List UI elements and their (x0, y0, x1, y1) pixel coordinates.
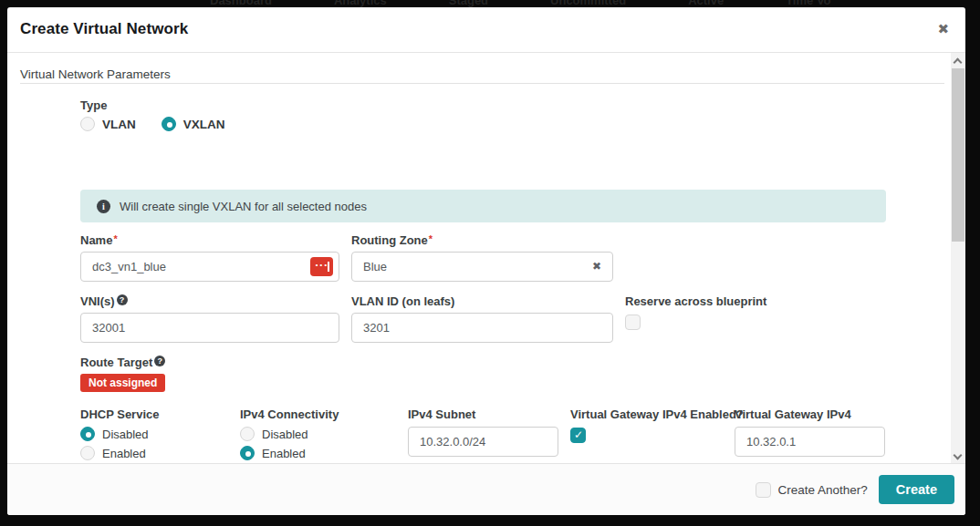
dialog-body: Virtual Network Parameters Type VLAN VXL… (7, 53, 965, 463)
dhcp-enabled-radio[interactable] (80, 446, 95, 460)
dialog-header: Create Virtual Network ✖ (7, 7, 965, 53)
info-icon: i (97, 200, 110, 213)
radio-vxlan[interactable] (162, 117, 176, 131)
vlan-id-field-group: VLAN ID (on leafs) (351, 294, 613, 343)
type-radio-group: VLAN VXLAN (80, 117, 225, 131)
info-alert-text: Will create single VXLAN for all selecte… (120, 200, 367, 213)
not-assigned-badge: Not assigned (80, 374, 165, 392)
name-input[interactable] (80, 252, 339, 282)
dialog-footer: Create Another? Create (7, 463, 965, 515)
clear-icon[interactable]: ✖ (592, 260, 601, 273)
name-label: Name (80, 233, 112, 247)
reserve-label: Reserve across blueprint (625, 294, 766, 308)
vgw-enabled-label: Virtual Gateway IPv4 Enabled? (570, 407, 744, 421)
vlan-id-label: VLAN ID (on leafs) (351, 294, 613, 308)
help-icon[interactable]: ? (117, 294, 128, 305)
required-asterisk: * (113, 233, 117, 244)
scrollbar-thumb[interactable] (952, 68, 964, 242)
create-another-label: Create Another? (778, 483, 868, 497)
scroll-down-icon[interactable] (954, 451, 963, 460)
vni-field-group: VNI(s)? (80, 294, 339, 343)
reserve-checkbox[interactable] (625, 315, 641, 330)
vgw-enabled-checkbox[interactable] (570, 428, 586, 443)
close-icon[interactable]: ✖ (937, 21, 949, 37)
ipv4-connectivity-group: IPv4 Connectivity Disabled Enabled (240, 407, 339, 460)
ipv4-subnet-label: IPv4 Subnet (408, 407, 558, 421)
vni-label: VNI(s) (80, 294, 115, 308)
dialog-title: Create Virtual Network (20, 20, 188, 38)
required-asterisk: * (429, 233, 433, 244)
ipv4-subnet-input[interactable] (408, 427, 558, 457)
create-another-checkbox[interactable] (756, 482, 771, 498)
vgw-ipv4-label: Virtual Gateway IPv4 (735, 407, 885, 421)
ipv4-enabled-label[interactable]: Enabled (262, 447, 306, 460)
ipv4-disabled-radio[interactable] (240, 427, 255, 441)
vgw-ipv4-input[interactable] (735, 427, 885, 457)
route-target-group: Route Target? Not assigned (80, 356, 165, 392)
scroll-up-icon[interactable] (954, 58, 963, 67)
ellipsis-generator-icon[interactable]: ··· (310, 257, 333, 276)
name-field-group: Name* ··· (80, 233, 339, 282)
ipv4-enabled-radio[interactable] (240, 446, 255, 460)
vlan-id-input[interactable] (351, 313, 613, 343)
dhcp-disabled-radio[interactable] (80, 427, 95, 441)
ipv4-disabled-label[interactable]: Disabled (262, 428, 308, 441)
help-icon[interactable]: ? (154, 356, 165, 366)
routing-zone-field-group: Routing Zone* ✖ (351, 233, 613, 282)
vgw-enabled-group: Virtual Gateway IPv4 Enabled? (570, 407, 744, 447)
dhcp-group: DHCP Service Disabled Enabled (80, 407, 159, 460)
vgw-ipv4-group: Virtual Gateway IPv4 (735, 407, 885, 457)
dhcp-label: DHCP Service (80, 407, 159, 421)
vertical-scrollbar[interactable] (951, 53, 965, 463)
routing-zone-input[interactable] (351, 252, 613, 282)
dhcp-disabled-label[interactable]: Disabled (102, 428, 149, 441)
ipv4-subnet-group: IPv4 Subnet (408, 407, 558, 457)
dhcp-enabled-label[interactable]: Enabled (102, 447, 146, 460)
create-virtual-network-dialog: Create Virtual Network ✖ Virtual Network… (7, 7, 965, 515)
create-another-group: Create Another? (756, 482, 868, 498)
background-page-tabs: Dashboard Analytics Staged Uncommitted A… (0, 0, 980, 7)
radio-vlan[interactable] (80, 117, 95, 131)
ipv4-connectivity-label: IPv4 Connectivity (240, 407, 339, 421)
reserve-field-group: Reserve across blueprint (625, 294, 766, 334)
vni-input[interactable] (80, 313, 339, 343)
radio-vlan-label[interactable]: VLAN (102, 118, 136, 131)
radio-vxlan-label[interactable]: VXLAN (183, 118, 225, 131)
info-alert: i Will create single VXLAN for all selec… (80, 190, 886, 222)
virtual-network-form: Type VLAN VXLAN i Will create single VXL… (7, 53, 951, 463)
routing-zone-label: Routing Zone (351, 233, 428, 247)
create-button[interactable]: Create (879, 475, 954, 504)
type-label: Type (80, 98, 107, 112)
route-target-label: Route Target (80, 356, 152, 369)
